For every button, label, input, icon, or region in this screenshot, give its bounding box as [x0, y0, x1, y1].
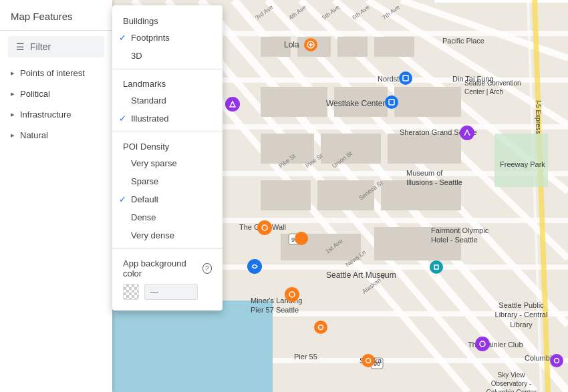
svg-rect-58 [434, 265, 438, 269]
poi-sheraton[interactable] [460, 126, 474, 140]
very-dense-item[interactable]: Very dense [112, 226, 223, 244]
poi-columbia[interactable] [550, 354, 563, 367]
app-bg-section: App background color ? — [112, 253, 223, 305]
filter-bar[interactable]: ☰ Filter [8, 36, 104, 57]
poi-westlake[interactable] [385, 95, 398, 109]
sidebar-item-poi[interactable]: ▸ Points of interest [0, 63, 112, 83]
divider-3 [112, 248, 223, 249]
svg-point-62 [555, 359, 559, 363]
3d-item[interactable]: 3D [112, 47, 223, 65]
app-bg-label: App background color ? [123, 258, 212, 278]
freeway-i5-label: I-5 Express [535, 100, 542, 134]
svg-rect-55 [389, 100, 394, 105]
landmarks-section-label: Landmarks [112, 73, 223, 91]
dense-item[interactable]: Dense [112, 208, 223, 226]
very-sparse-item[interactable]: Very sparse [112, 154, 223, 172]
svg-point-63 [319, 325, 323, 330]
poi-moore-theatre[interactable] [225, 97, 240, 112]
place-fairmont: Fairmont Olympic Hotel - Seattle [431, 226, 491, 245]
poi-pier55[interactable] [314, 321, 327, 334]
svg-point-61 [366, 359, 371, 363]
sidebar: Map Features ☰ Filter ▸ Points of intere… [0, 0, 112, 392]
place-pier55: Pier 55 [294, 353, 317, 361]
footprints-label: Footprints [131, 33, 170, 43]
poi-rainier[interactable] [475, 337, 490, 351]
filter-text: Filter [30, 41, 51, 52]
sidebar-header: Map Features [0, 0, 112, 31]
place-freeway-park: Freeway Park [500, 160, 545, 168]
place-convention-center: Seattle Convention Center | Arch [464, 79, 531, 96]
sparse-label: Sparse [131, 176, 158, 186]
divider-1 [112, 69, 223, 69]
sparse-item[interactable]: Sparse [112, 172, 223, 190]
poi-skalka[interactable] [362, 354, 375, 367]
divider-2 [112, 132, 223, 132]
svg-rect-36 [112, 301, 273, 392]
chevron-poi-icon: ▸ [11, 69, 15, 77]
sidebar-item-poi-label: Points of interest [20, 68, 85, 78]
poi-miners-landing[interactable] [285, 287, 299, 302]
sidebar-item-infrastructure-label: Infrastructure [20, 110, 72, 120]
very-sparse-label: Very sparse [131, 158, 177, 168]
dense-label: Dense [131, 212, 156, 222]
default-label: Default [131, 194, 158, 204]
illustrated-label: Illustrated [131, 114, 168, 124]
place-sky-view: Sky View Observatory - Columbia Center [481, 371, 541, 392]
place-lola: Lola [284, 40, 299, 49]
svg-rect-29 [388, 134, 461, 164]
place-pacific-place: Pacific Place [442, 37, 484, 45]
sidebar-item-natural-label: Natural [20, 130, 48, 140]
svg-rect-24 [261, 87, 327, 117]
buildings-section-label: Buildings [112, 11, 223, 29]
sidebar-item-political[interactable]: ▸ Political [0, 83, 112, 104]
svg-rect-26 [394, 87, 461, 117]
place-art-museum: Seattle Art Museum [326, 270, 396, 280]
svg-rect-30 [261, 180, 311, 210]
very-dense-label: Very dense [131, 230, 174, 240]
poi-gum-wall[interactable] [257, 220, 272, 235]
dropdown-panel: Buildings ✓ Footprints 3D Landmarks Stan… [112, 5, 223, 311]
checker-box[interactable] [123, 284, 139, 300]
footprints-item[interactable]: ✓ Footprints [112, 29, 223, 47]
standard-label: Standard [131, 95, 166, 106]
poi-nordstrom[interactable] [399, 71, 412, 85]
color-picker-row: — [123, 284, 212, 300]
svg-point-57 [262, 225, 267, 230]
app-bg-label-text: App background color [123, 258, 198, 278]
poi-density-section-label: POI Density [112, 136, 223, 154]
svg-rect-28 [321, 134, 381, 164]
svg-point-59 [289, 292, 295, 297]
chevron-natural-icon: ▸ [11, 131, 15, 140]
place-westlake: Westlake Center [326, 99, 385, 108]
color-value: — [150, 287, 158, 297]
place-library: Seattle Public Library - Central Library [494, 301, 548, 329]
help-icon[interactable]: ? [202, 263, 212, 274]
poi-aquarium[interactable] [247, 259, 262, 274]
3d-label: 3D [131, 51, 142, 61]
default-check-icon: ✓ [119, 194, 126, 204]
illustrated-item[interactable]: ✓ Illustrated [112, 110, 223, 128]
svg-rect-22 [337, 37, 368, 57]
chevron-political-icon: ▸ [11, 89, 15, 98]
filter-icon: ☰ [16, 41, 25, 52]
sidebar-item-infrastructure[interactable]: ▸ Infrastructure [0, 104, 112, 125]
sidebar-item-political-label: Political [20, 89, 50, 99]
svg-rect-54 [403, 75, 408, 81]
svg-marker-56 [230, 102, 235, 107]
sidebar-item-natural[interactable]: ▸ Natural [0, 125, 112, 146]
default-item[interactable]: ✓ Default [112, 190, 223, 208]
svg-rect-23 [374, 37, 414, 57]
place-museum-illusions: Museum of Illusions - Seattle [406, 168, 466, 188]
footprints-check-icon: ✓ [119, 33, 126, 43]
standard-item[interactable]: Standard [112, 91, 223, 110]
poi-fairmont[interactable] [430, 260, 443, 274]
poi-lola[interactable] [304, 38, 317, 51]
poi-99-marker [295, 232, 308, 245]
svg-point-60 [480, 341, 485, 347]
chevron-infrastructure-icon: ▸ [11, 110, 15, 119]
illustrated-check-icon: ✓ [119, 114, 126, 124]
color-input-box[interactable]: — [144, 284, 198, 300]
